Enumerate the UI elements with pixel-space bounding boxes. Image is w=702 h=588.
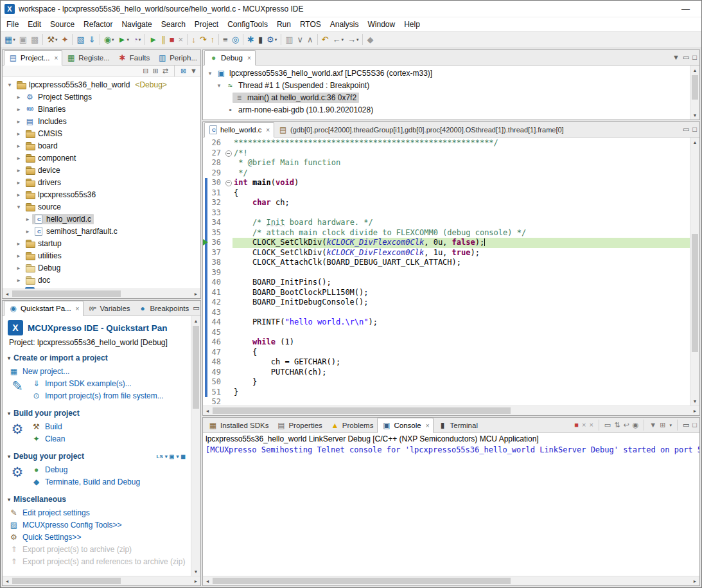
open-terminal-button[interactable]: ▮	[256, 33, 265, 47]
quickstart-link-edit-project-settings[interactable]: ✎Edit project settings	[9, 506, 188, 519]
console-tab-problems[interactable]: ▲Problems	[326, 418, 378, 432]
code-line-35[interactable]: 35 /* attach main clock divide to FLEXCO…	[203, 228, 690, 238]
resume-button[interactable]: ►	[147, 33, 159, 47]
debug-vscrollbar[interactable]: ▲▼	[690, 66, 699, 120]
scroll-down-icon[interactable]: ▼	[690, 396, 699, 405]
menu-refactor[interactable]: Refactor	[79, 19, 117, 30]
console-tab-console[interactable]: ▣Console×	[377, 418, 434, 433]
new-c-project-button[interactable]: ▧	[75, 33, 86, 47]
code-line-33[interactable]: 33	[203, 208, 690, 218]
last-edit-location-button[interactable]: ↶	[320, 33, 331, 47]
code-area[interactable]: 26**************************************…	[203, 138, 690, 405]
code-line-46[interactable]: 46 while (1)	[203, 337, 690, 348]
focus-on-active-task-icon[interactable]: ⊠	[180, 67, 186, 75]
fold-marker-icon[interactable]	[224, 178, 233, 188]
quickstart-link-build[interactable]: ⚒Build	[31, 420, 65, 432]
project-item-utilities[interactable]: ▸utilities	[3, 249, 200, 262]
expand-arrow-icon[interactable]: ▸	[14, 155, 23, 161]
explorer-tab-project[interactable]: ▤Project...×	[4, 50, 62, 66]
code-line-50[interactable]: 50 }	[203, 377, 690, 388]
menu-project[interactable]: Project	[190, 19, 223, 30]
quickstart-tab-breakpoints[interactable]: ●Breakpoints	[134, 301, 193, 316]
explorer-tab-registe[interactable]: ▦Registe...	[62, 50, 114, 65]
profile-button[interactable]: ◔▾	[131, 33, 143, 47]
code-line-44[interactable]: 44 PRINTF("hello world.\r\n");	[203, 317, 690, 328]
expand-arrow-icon[interactable]: ▸	[14, 118, 23, 125]
code-line-36[interactable]: 36 CLOCK_SetClkDiv(kCLOCK_DivFlexcom0Clk…	[203, 238, 690, 248]
expand-arrow-icon[interactable]: ▸	[14, 167, 23, 174]
menu-navigate[interactable]: Navigate	[117, 19, 156, 30]
code-line-34[interactable]: 34 /* Init board hardware. */	[203, 218, 690, 228]
previous-annotation-button[interactable]: ∧	[305, 33, 315, 47]
quickstart-tab-quickstart-pa[interactable]: ◉Quickstart Pa...×	[4, 301, 83, 316]
explorer-tab-faults[interactable]: ✱Faults	[114, 50, 154, 65]
debug-tab-debug[interactable]: ●Debug×	[204, 50, 256, 66]
step-return-button[interactable]: ↑	[209, 33, 217, 47]
linkserver-dropdown-icon[interactable]: ▾	[165, 454, 168, 459]
expand-all-icon[interactable]: ⊞	[152, 67, 158, 75]
word-wrap-icon[interactable]: ↩	[623, 422, 629, 429]
scroll-down-icon[interactable]: ▼	[690, 111, 699, 120]
scroll-left-icon[interactable]: ◄	[203, 576, 212, 585]
scroll-right-icon[interactable]: ►	[690, 406, 699, 415]
code-line-40[interactable]: 40 BOARD_InitPins();	[203, 278, 690, 288]
project-item-binaries[interactable]: ▸010Binaries	[3, 103, 200, 115]
menu-analysis[interactable]: Analysis	[326, 19, 364, 30]
disconnect-button[interactable]: ×	[177, 33, 186, 47]
scroll-left-icon[interactable]: ◄	[3, 289, 12, 298]
save-button[interactable]: ▣	[17, 33, 29, 47]
code-line-27[interactable]: 27/*!	[203, 148, 690, 159]
close-tab-icon[interactable]: ×	[426, 422, 430, 429]
code-line-26[interactable]: 26**************************************…	[203, 138, 690, 148]
project-item-component[interactable]: ▸component	[3, 152, 200, 164]
remove-launch-icon[interactable]: ×	[582, 422, 586, 429]
quickstart-link-debug[interactable]: ●Debug	[31, 463, 140, 476]
section-header[interactable]: ▾Debug your projectLS▾▣▾▦	[8, 452, 188, 461]
back-button[interactable]: ←▾	[330, 33, 346, 47]
scroll-right-icon[interactable]: ►	[191, 576, 200, 585]
expand-arrow-icon[interactable]: ▸	[23, 228, 32, 235]
scroll-thumb[interactable]	[193, 326, 199, 409]
toggle-annotations-button[interactable]: ▥	[283, 33, 295, 47]
console-tab-installed-sdks[interactable]: ▦Installed SDKs	[204, 418, 272, 432]
view-menu-icon[interactable]: ▼	[190, 67, 197, 75]
section-header[interactable]: ▾Build your project	[8, 409, 188, 418]
project-item-doc[interactable]: ▸doc	[3, 274, 200, 286]
debug-item-arm-none-eabi-gdb-10-1-90-20201028[interactable]: ▪arm-none-eabi-gdb (10.1.90.20201028)	[203, 103, 690, 116]
quickstart-link-mcuxpresso-config-tools[interactable]: ▨MCUXpresso Config Tools>>	[9, 519, 188, 531]
terminate-console-icon[interactable]: ■	[574, 422, 579, 429]
new-wizard-button[interactable]: ▦▾	[3, 33, 17, 47]
collapse-arrow-icon[interactable]: ▾	[5, 82, 14, 88]
debug-item-thread-1-1-suspended-breakpoint[interactable]: ▾≈Thread #1 1 (Suspended : Breakpoint)	[203, 79, 690, 91]
minimize-window-button[interactable]: —	[674, 4, 698, 13]
code-line-43[interactable]: 43	[203, 308, 690, 318]
config-tools-menu-button[interactable]: ⚙▾	[265, 33, 279, 47]
forward-button[interactable]: →▾	[346, 33, 361, 47]
scroll-thumb[interactable]	[213, 578, 511, 584]
scroll-thumb[interactable]	[213, 407, 511, 414]
project-item-includes[interactable]: ▸▤Includes	[3, 115, 200, 127]
quickstart-link-terminate-build-and-debug[interactable]: ◆Terminate, Build and Debug	[31, 476, 140, 488]
code-line-39[interactable]: 39	[203, 268, 690, 278]
scroll-up-icon[interactable]: ▲	[690, 138, 699, 147]
menu-search[interactable]: Search	[157, 19, 190, 30]
scroll-up-icon[interactable]: ▲	[690, 66, 699, 75]
close-tab-icon[interactable]: ×	[247, 55, 251, 62]
quickstart-vscrollbar[interactable]: ▲▼	[191, 316, 200, 576]
scroll-thumb[interactable]	[692, 234, 698, 352]
project-item-device[interactable]: ▸device	[3, 164, 200, 176]
code-line-48[interactable]: 48 ch = GETCHAR();	[203, 357, 690, 368]
project-item-hello-world-c[interactable]: ▸hello_world.c	[3, 213, 200, 225]
save-all-button[interactable]: ▩	[29, 33, 40, 47]
editor-tab-gdb-0-proc-42000-threadgroup-i1-gdb-0-proc-42000-osthread-1-thread-1-frame-0[interactable]: ▤(gdb[0].proc[42000].threadGroup[i1],gdb…	[274, 122, 568, 137]
expand-arrow-icon[interactable]: ▸	[14, 179, 23, 186]
project-item-lpcxpresso55s36[interactable]: ▸lpcxpresso55s36	[3, 188, 200, 200]
import-sdk-examples-button[interactable]: ⇓	[87, 33, 98, 47]
project-item-source[interactable]: ▾source	[3, 200, 200, 213]
maximize-view-icon[interactable]: □	[692, 54, 697, 61]
clean-button[interactable]: ✦	[60, 33, 71, 47]
console-hscrollbar[interactable]: ◄►	[203, 576, 699, 585]
collapse-arrow-icon[interactable]: ▾	[14, 204, 23, 210]
close-tab-icon[interactable]: ×	[54, 55, 58, 62]
instruction-stepping-button[interactable]: ≡	[221, 33, 230, 47]
